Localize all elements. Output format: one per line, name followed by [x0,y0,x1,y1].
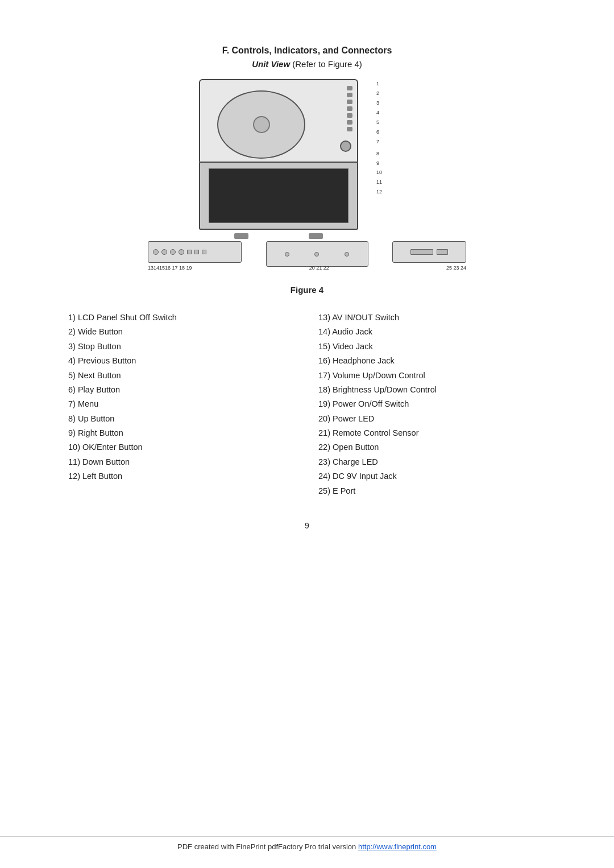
footer-link[interactable]: http://www.fineprint.com [358,842,437,851]
right-item-6: 18) Brightness Up/Down Control [318,383,546,397]
right-item-8: 20) Power LED [318,412,546,426]
port-7 [202,250,206,254]
center-dot-2 [314,252,319,257]
right-panel [392,241,466,263]
side-btn-1 [347,86,352,90]
side-buttons [347,86,352,131]
knob [340,140,351,152]
side-btn-6 [347,120,352,125]
left-item-1: 1) LCD Panel Shut Off Switch [68,311,296,325]
screen-btn-right [309,233,323,239]
port-1 [153,249,159,255]
num-4: 4 [376,109,382,117]
num-6: 6 [376,129,382,137]
right-item-11: 23) Charge LED [318,455,546,469]
port-4 [179,249,184,255]
bottom-numbers: 13141516 17 18 19 20 21 22 25 23 24 [148,265,466,271]
side-btn-3 [347,100,352,104]
screen-btn-left [234,233,248,239]
left-items-col: 1) LCD Panel Shut Off Switch2) Wide Butt… [68,311,296,498]
num-2: 2 [376,90,382,98]
right-port-1 [410,249,433,255]
sub-title-italic: Unit View [252,59,290,69]
sub-title: Unit View (Refer to Figure 4) [68,59,546,69]
num-1: 1 [376,80,382,88]
bottom-num-center: 20 21 22 [309,265,329,271]
num-8: 8 [376,150,382,158]
items-section: 1) LCD Panel Shut Off Switch2) Wide Butt… [68,311,546,498]
right-item-10: 22) Open Button [318,440,546,454]
left-item-11: 11) Down Button [68,455,296,469]
bottom-num-right: 25 23 24 [446,265,466,271]
right-items-col: 13) AV IN/OUT Switch14) Audio Jack15) Vi… [318,311,546,498]
left-item-4: 4) Previous Button [68,354,296,368]
num-9: 9 [376,160,382,168]
side-btn-2 [347,93,352,97]
right-item-3: 15) Video Jack [318,340,546,354]
figure-caption: Figure 4 [291,285,323,295]
cd-center [253,116,270,133]
center-panel [266,241,368,267]
port-5 [187,250,192,254]
right-item-1: 13) AV IN/OUT Switch [318,311,546,325]
left-panel [148,241,242,263]
device-diagram: 1 2 3 4 5 6 7 8 9 10 11 12 [148,79,466,272]
left-item-6: 6) Play Button [68,383,296,397]
left-item-7: 7) Menu [68,397,296,411]
figure-container: 1 2 3 4 5 6 7 8 9 10 11 12 [68,79,546,305]
bottom-panels [148,241,466,267]
left-item-5: 5) Next Button [68,369,296,383]
num-10: 10 [376,169,382,177]
right-port-2 [437,249,448,255]
right-item-9: 21) Remote Control Sensor [318,426,546,440]
page-number: 9 [68,521,546,530]
num-7: 7 [376,138,382,146]
left-item-10: 10) OK/Enter Button [68,440,296,454]
side-number-labels: 1 2 3 4 5 6 7 8 9 10 11 12 [376,80,382,196]
sub-title-rest: (Refer to Figure 4) [290,59,362,69]
lcd-screen [209,168,349,223]
side-btn-5 [347,113,352,118]
footer-text: PDF created with FinePrint pdfFactory Pr… [177,842,358,851]
num-12: 12 [376,188,382,196]
num-11: 11 [376,179,382,187]
right-item-2: 14) Audio Jack [318,325,546,339]
num-3: 3 [376,100,382,108]
port-6 [194,250,199,254]
bottom-num-left: 13141516 17 18 19 [148,265,192,271]
left-items-list: 1) LCD Panel Shut Off Switch2) Wide Butt… [68,311,296,484]
left-item-9: 9) Right Button [68,426,296,440]
right-item-4: 16) Headphone Jack [318,354,546,368]
cd-tray [217,90,305,159]
port-2 [161,249,167,255]
center-dot-1 [285,252,289,257]
top-unit [199,79,358,164]
center-dot-3 [345,252,349,257]
port-3 [170,249,176,255]
footer: PDF created with FinePrint pdfFactory Pr… [0,836,614,851]
right-item-13: 25) E Port [318,484,546,498]
section-title: F. Controls, Indicators, and Connectors [68,46,546,56]
side-btn-7 [347,127,352,131]
left-item-12: 12) Left Button [68,469,296,483]
left-item-8: 8) Up Button [68,412,296,426]
right-item-12: 24) DC 9V Input Jack [318,469,546,483]
left-item-2: 2) Wide Button [68,325,296,339]
left-item-3: 3) Stop Button [68,340,296,354]
right-items-list: 13) AV IN/OUT Switch14) Audio Jack15) Vi… [318,311,546,498]
screen-unit [199,162,358,230]
side-btn-4 [347,106,352,111]
num-5: 5 [376,119,382,127]
right-item-5: 17) Volume Up/Down Control [318,369,546,383]
right-item-7: 19) Power On/Off Switch [318,397,546,411]
